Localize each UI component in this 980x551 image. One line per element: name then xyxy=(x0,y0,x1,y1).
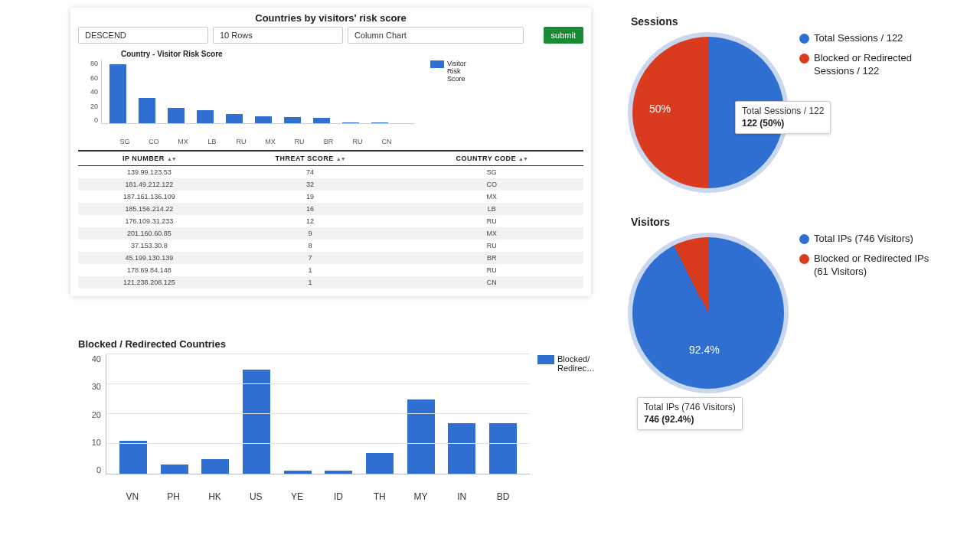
blocked-bar[interactable] xyxy=(407,399,435,474)
legend-dot-blue xyxy=(799,234,809,244)
risk-bar[interactable] xyxy=(255,116,272,123)
visitors-tooltip: Total IPs (746 Visitors) 746 (92.4%) xyxy=(637,397,743,430)
visitors-header: Visitors xyxy=(631,216,957,228)
risk-bar[interactable] xyxy=(284,117,301,123)
mini-plot xyxy=(101,60,415,124)
table-row[interactable]: 178.69.84.1481RU xyxy=(78,264,583,276)
table-row[interactable]: 121.238.208.1251CN xyxy=(78,276,583,289)
col-score-header[interactable]: THREAT SCORE ▲▼ xyxy=(220,151,400,166)
table-row[interactable]: 139.99.123.5374SG xyxy=(78,166,583,179)
visitors-pie-block: 92.4% Total IPs (746 Visitors) Blocked o… xyxy=(628,233,957,393)
table-row[interactable]: 37.153.30.88RU xyxy=(78,240,583,252)
blocked-legend: Blocked/ Redirec… xyxy=(537,354,599,373)
blocked-bar[interactable] xyxy=(161,465,188,474)
legend-dot-red xyxy=(799,254,809,264)
panel-controls: DESCEND 10 Rows Column Chart submit xyxy=(78,27,583,44)
risk-bar[interactable] xyxy=(197,110,214,123)
sort-icon: ▲▼ xyxy=(518,156,528,161)
table-row[interactable]: 201.160.60.859MX xyxy=(78,227,583,240)
visitors-slice-label: 92.4% xyxy=(689,344,720,356)
visitors-legend: Total IPs (746 Visitors) Blocked or Redi… xyxy=(799,233,937,285)
risk-bar[interactable] xyxy=(342,122,359,123)
blocked-bar[interactable] xyxy=(119,441,147,474)
table-row[interactable]: 45.199.130.1397BR xyxy=(78,252,583,264)
sort-icon: ▲▼ xyxy=(336,156,345,161)
right-column: Sessions 50% Total Sessions / 122 Blocke… xyxy=(612,0,965,401)
blocked-bar[interactable] xyxy=(243,370,270,474)
blocked-legend-label: Blocked/ Redirec… xyxy=(557,354,599,373)
table-row[interactable]: 185.156.214.2216LB xyxy=(78,203,583,215)
mini-legend-label: Visitor Risk Score xyxy=(447,60,476,83)
blocked-bar[interactable] xyxy=(448,423,475,474)
visitors-legend-blocked[interactable]: Blocked or Redirected IPs (61 Visitors) xyxy=(799,253,937,278)
mini-x-axis: SGCOMXLBRUMXRUBRRUCN xyxy=(109,136,415,145)
risk-bar[interactable] xyxy=(168,108,185,123)
visitors-legend-total[interactable]: Total IPs (746 Visitors) xyxy=(799,233,937,245)
visitors-pie: 92.4% xyxy=(628,233,789,393)
chart-type-select[interactable]: Column Chart xyxy=(348,27,524,44)
table-row[interactable]: 176.109.31.23312RU xyxy=(78,215,583,227)
sessions-tooltip: Total Sessions / 122 122 (50%) xyxy=(735,101,831,134)
blocked-bar[interactable] xyxy=(366,453,394,474)
col-ip-header[interactable]: IP NUMBER ▲▼ xyxy=(78,151,220,166)
risk-bar[interactable] xyxy=(109,64,126,123)
sessions-legend-total[interactable]: Total Sessions / 122 xyxy=(799,32,937,44)
sort-icon: ▲▼ xyxy=(167,156,176,161)
risk-table: IP NUMBER ▲▼ THREAT SCORE ▲▼ COUNTRY COD… xyxy=(78,150,583,289)
table-row[interactable]: 187.161.136.10919MX xyxy=(78,191,583,203)
legend-dot-red xyxy=(799,54,809,64)
blocked-bar[interactable] xyxy=(489,423,517,474)
sessions-pie-block: 50% Total Sessions / 122 Blocked or Redi… xyxy=(628,32,957,193)
blocked-bar[interactable] xyxy=(201,459,229,474)
sessions-legend-blocked[interactable]: Blocked or Redirected Sessions / 122 xyxy=(799,52,937,77)
page: Countries by visitors' risk score DESCEN… xyxy=(0,0,980,551)
mini-y-axis: 806040200 xyxy=(78,60,101,136)
sessions-slice-label: 50% xyxy=(649,103,671,115)
risk-bar[interactable] xyxy=(226,114,243,123)
legend-swatch-blue xyxy=(430,60,444,68)
mini-chart-title: Country - Visitor Risk Score xyxy=(121,50,583,58)
left-column: Countries by visitors' risk score DESCEN… xyxy=(0,0,612,510)
blocked-chart: 403020100 VNPHHKUSYEIDTHMYINBD xyxy=(78,354,530,502)
sessions-legend: Total Sessions / 122 Blocked or Redirect… xyxy=(799,32,937,85)
legend-dot-blue xyxy=(799,34,809,44)
submit-button[interactable]: submit xyxy=(544,27,583,44)
risk-bar[interactable] xyxy=(313,118,330,123)
sessions-header: Sessions xyxy=(631,15,957,28)
blocked-bar[interactable] xyxy=(284,471,312,474)
blocked-plot xyxy=(106,354,530,474)
table-header-row: IP NUMBER ▲▼ THREAT SCORE ▲▼ COUNTRY COD… xyxy=(78,151,583,166)
legend-swatch-blue xyxy=(537,355,554,364)
risk-score-chart: Country - Visitor Risk Score 806040200 S… xyxy=(78,50,583,145)
blocked-countries-panel: Blocked / Redirected Countries 403020100… xyxy=(78,338,606,502)
rows-select[interactable]: 10 Rows xyxy=(213,27,343,44)
blocked-y-axis: 403020100 xyxy=(78,354,106,488)
risk-bar[interactable] xyxy=(139,98,155,123)
sort-select[interactable]: DESCEND xyxy=(78,27,208,44)
mini-chart-legend: Visitor Risk Score xyxy=(430,60,476,83)
blocked-title: Blocked / Redirected Countries xyxy=(78,338,606,350)
risk-bar[interactable] xyxy=(371,122,388,123)
risk-score-panel: Countries by visitors' risk score DESCEN… xyxy=(70,8,591,296)
blocked-bar[interactable] xyxy=(325,471,352,474)
blocked-x-axis: VNPHHKUSYEIDTHMYINBD xyxy=(78,488,530,502)
table-row[interactable]: 181.49.212.12232CO xyxy=(78,178,583,191)
panel-title: Countries by visitors' risk score xyxy=(78,12,583,24)
col-country-header[interactable]: COUNTRY CODE ▲▼ xyxy=(400,151,583,166)
